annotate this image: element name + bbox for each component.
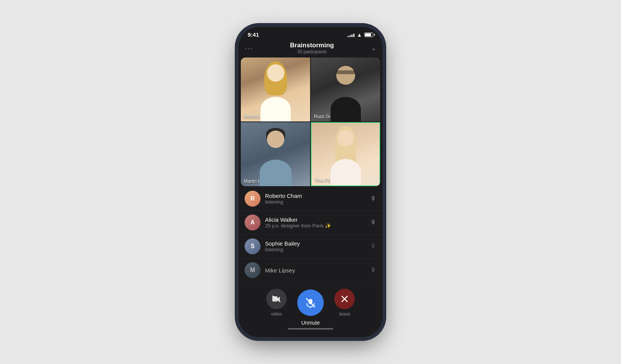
chevron-down-icon[interactable]: ⌄	[371, 44, 376, 52]
participant-name-sophie: Sophie Bailey	[265, 240, 370, 247]
avatar-sophie: S	[245, 238, 261, 254]
participant-info-mike: Mike Lipsey	[265, 267, 370, 274]
video-button[interactable]: video	[266, 289, 287, 317]
participant-item-roberto[interactable]: R Roberto Cham listening 🎙	[239, 187, 382, 211]
video-grid: Monica Bates 🎤 Russ Goodwin 🎤	[241, 58, 380, 186]
phone-frame: 9:41 ▲ ··· Brainstorming 30 participants	[239, 27, 382, 337]
mute-button[interactable]	[297, 289, 324, 316]
participants-count: 30 participants	[290, 49, 334, 54]
video-cell-monica[interactable]: Monica Bates 🎤	[241, 58, 310, 121]
unmute-label: Unmute	[248, 320, 373, 326]
leave-button[interactable]: leave	[334, 289, 355, 317]
mute-icon	[297, 289, 324, 316]
participant-info-sophie: Sophie Bailey listening	[265, 240, 370, 252]
participant-status-sophie: listening	[265, 247, 370, 252]
status-bar: 9:41 ▲	[239, 27, 382, 40]
participant-item-sophie[interactable]: S Sophie Bailey listening 🎙	[239, 235, 382, 258]
participant-item-mike[interactable]: M Mike Lipsey 🎙	[239, 258, 382, 282]
avatar-alicia: A	[245, 215, 261, 230]
participant-status-roberto: listening	[265, 199, 370, 205]
participant-name-alicia: Alicia Walker	[265, 216, 370, 223]
signal-icon	[348, 33, 354, 37]
avatar-roberto: R	[245, 191, 261, 207]
leave-label: leave	[339, 311, 350, 317]
mic-icon-roberto: 🎙	[370, 195, 376, 202]
participant-status-alicia: 25 y.o. designer from Paris ✨	[265, 223, 370, 229]
video-cell-martin[interactable]: Martin Hersey 🎤	[241, 122, 310, 186]
mic-icon-mike: 🎙	[370, 267, 376, 274]
call-header: ··· Brainstorming 30 participants ⌄	[239, 40, 382, 58]
wifi-icon: ▲	[357, 32, 362, 38]
home-indicator	[288, 328, 333, 330]
video-cell-russ[interactable]: Russ Goodwin 🎤	[311, 58, 380, 121]
control-buttons-row: video	[248, 289, 373, 317]
participant-info-alicia: Alicia Walker 25 y.o. designer from Pari…	[265, 216, 370, 229]
participant-name-mike: Mike Lipsey	[265, 267, 370, 274]
battery-icon	[364, 33, 373, 37]
call-title-area: Brainstorming 30 participants	[290, 42, 334, 54]
participant-name-roberto: Roberto Cham	[265, 193, 370, 199]
leave-icon	[334, 289, 355, 309]
participant-info-roberto: Roberto Cham listening	[265, 193, 370, 205]
video-label: video	[271, 311, 282, 317]
participants-list: R Roberto Cham listening 🎙 A Alicia Walk…	[239, 187, 382, 284]
call-title: Brainstorming	[290, 42, 334, 49]
avatar-mike: M	[245, 262, 261, 278]
video-cell-tina[interactable]: Tina Flowers 🎤	[311, 122, 380, 186]
video-icon	[266, 289, 287, 309]
status-time: 9:41	[248, 31, 259, 38]
participant-item-alicia[interactable]: A Alicia Walker 25 y.o. designer from Pa…	[239, 211, 382, 235]
mic-icon-alicia: 🎙	[370, 219, 376, 226]
status-icons: ▲	[348, 32, 373, 38]
phone-screen: 9:41 ▲ ··· Brainstorming 30 participants	[239, 27, 382, 337]
bottom-controls: video	[239, 284, 382, 337]
mic-muted-icon-sophie: 🎙	[370, 243, 376, 250]
menu-button[interactable]: ···	[245, 44, 253, 53]
